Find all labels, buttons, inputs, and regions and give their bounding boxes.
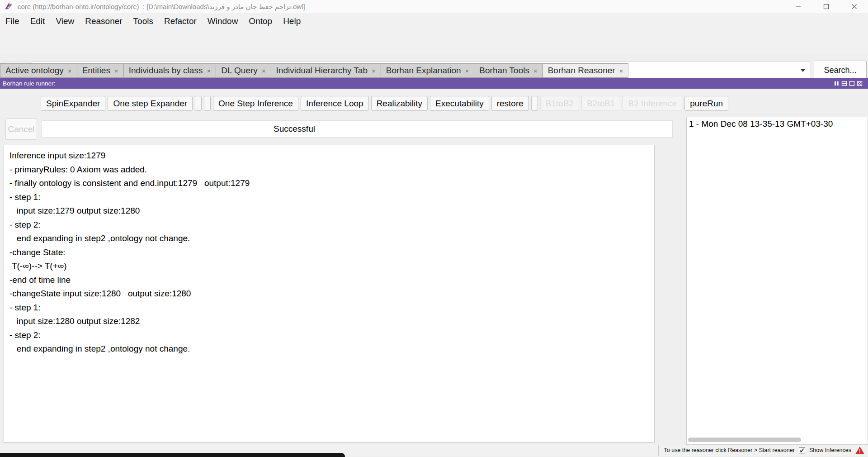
view-header-controls [834,81,863,86]
tab-borhan-explanation[interactable]: Borhan Explanation× [381,63,474,78]
combobox-dropdown-arrow-icon[interactable] [801,69,805,72]
tab-borhan-reasoner[interactable]: Borhan Reasoner× [542,63,629,78]
menu-tools[interactable]: Tools [128,16,159,26]
window-controls [784,0,868,13]
tab-close-icon[interactable]: × [262,67,266,75]
window-minimize-button[interactable] [784,0,812,13]
history-item[interactable]: 1 - Mon Dec 08 13-35-13 GMT+03-30 [687,117,868,129]
tab-close-icon[interactable]: × [114,67,118,75]
status-text: Successful [274,124,315,134]
tab-close-icon[interactable]: × [465,67,469,75]
log-line: - step 2: [9,328,654,343]
log-line: - finally ontology is consistent and end… [9,176,654,190]
log-line: end expanding in step2 ,ontology not cha… [9,232,654,246]
show-inferences-checkbox[interactable] [799,447,805,453]
search-button[interactable]: Search... [814,61,867,80]
log-line: input size:1280 output size:1282 [9,314,654,328]
log-line: T(-∞)--> T(+∞) [9,259,654,273]
view-header-title: Borhan rule runner: [3,80,55,87]
menu-edit[interactable]: Edit [25,16,51,26]
tab-label: Borhan Tools [479,66,529,76]
reasoner-hint-text: To use the reasoner click Reasoner > Sta… [658,445,795,456]
log-line: Inference input size:1279 [9,149,654,163]
tab-entities[interactable]: Entities× [77,63,123,78]
tab-label: DL Query [221,66,258,76]
realizability-button[interactable]: Realizability [371,96,428,111]
tab-active-ontology[interactable]: Active ontology× [0,63,77,78]
inference-log[interactable]: Inference input size:1279- primaryRules:… [4,145,655,443]
tab-close-icon[interactable]: × [533,67,538,75]
tab-close-icon[interactable]: × [68,67,72,75]
show-inferences-label: Show Inferences [809,447,851,453]
b2tob1-button: B2toB1 [581,96,620,111]
tab-individuals-by-class[interactable]: Individuals by class× [123,63,216,78]
warning-icon[interactable] [855,447,864,454]
log-line: - step 1: [9,301,654,315]
tab-close-icon[interactable]: × [207,67,211,75]
menu-bar: FileEditViewReasonerToolsRefactorWindowO… [0,13,868,29]
menu-reasoner[interactable]: Reasoner [80,16,127,26]
cancel-button: Cancel [5,119,37,140]
split-view-icon[interactable] [841,81,847,86]
tab-borhan-tools[interactable]: Borhan Tools× [474,63,542,78]
tab-dl-query[interactable]: DL Query× [216,63,270,78]
menu-window[interactable]: Window [202,16,244,26]
log-line: end expanding in step2 ,ontology not cha… [9,342,654,356]
tab-label: Borhan Explanation [386,66,461,76]
run-history-list: 1 - Mon Dec 08 13-35-13 GMT+03-30 [686,117,868,445]
close-view-icon[interactable] [857,81,863,86]
restore-button[interactable]: restore [491,96,529,111]
tab-bar: Active ontology×Entities×Individuals by … [0,63,628,78]
log-line: - primaryRules: 0 Axiom was added. [9,163,654,177]
tab-label: Active ontology [5,66,64,76]
tab-label: Entities [82,66,110,76]
protege-logo-icon [5,2,13,11]
reasoner-toolbar: SpinExpanderOne step ExpanderOne Step In… [41,96,728,111]
purerun-button[interactable]: pureRun [684,96,728,111]
tab-close-icon[interactable]: × [619,67,623,75]
log-line: input size:1279 output size:1280 [9,204,654,218]
log-line: -end of time line [9,273,654,287]
log-line: -changeState input size:1280 output size… [9,287,654,301]
tab-label: Borhan Reasoner [548,66,615,76]
toolbar-spacer-button[interactable] [531,96,538,111]
log-line: -change State: [9,246,654,260]
window-titlebar: core (http://borhan-onto.ir/ontology/cor… [0,0,868,13]
window-maximize-button[interactable] [812,0,840,13]
menu-file[interactable]: File [0,16,25,26]
inference-loop-button[interactable]: Inference Loop [301,96,369,111]
maximize-view-icon[interactable] [849,81,855,86]
window-close-button[interactable] [840,0,868,13]
toolbar-spacer-button[interactable] [204,96,211,111]
executability-button[interactable]: Executability [430,96,489,111]
log-line: - step 2: [9,218,654,232]
address-row: < > core (http://borhan-onto.ir/ontology… [0,29,868,53]
window-title: core (http://borhan-onto.ir/ontology/cor… [18,3,305,11]
one-step-inference-button[interactable]: One Step Inference [213,96,298,111]
b1tob2-button: B1toB2 [540,96,579,111]
tab-label: Individuals by class [129,66,203,76]
float-view-icon[interactable] [834,81,840,86]
tab-individual-hierarchy-tab[interactable]: Individual Hierarchy Tab× [271,63,381,78]
menu-help[interactable]: Help [278,16,306,26]
taskbar-fragment [0,453,345,457]
status-progressbar: Successful [42,120,673,138]
menu-view[interactable]: View [50,16,80,26]
spinexpander-button[interactable]: SpinExpander [41,96,105,111]
tab-close-icon[interactable]: × [372,67,376,75]
menu-refactor[interactable]: Refactor [159,16,202,26]
tab-label: Individual Hierarchy Tab [276,66,368,76]
log-line: - step 1: [9,190,654,205]
history-horizontal-scrollbar[interactable] [688,438,801,442]
view-header: Borhan rule runner: [0,78,868,89]
toolbar-spacer-button[interactable] [195,96,202,111]
menu-ontop[interactable]: Ontop [243,16,278,26]
b2-inference-button: B2 Inference [623,96,682,111]
one-step-expander-button[interactable]: One step Expander [108,96,193,111]
